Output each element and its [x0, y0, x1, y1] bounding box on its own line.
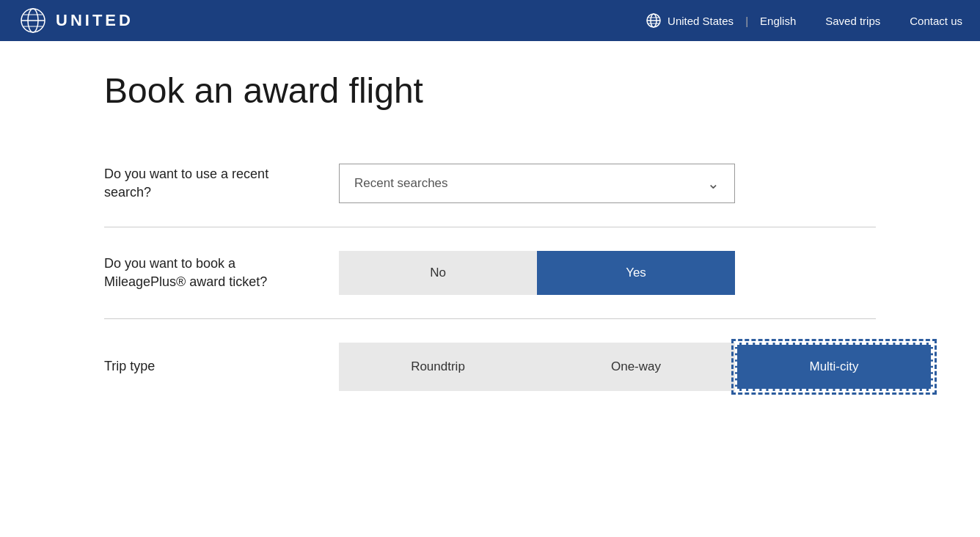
yes-button[interactable]: Yes [537, 251, 735, 295]
trip-type-label: Trip type [104, 357, 310, 376]
recent-search-label: Do you want to use a recent search? [104, 165, 310, 202]
logo-text: UNITED [56, 11, 134, 30]
header-nav: United States | English Saved trips Cont… [646, 12, 962, 29]
recent-searches-value: Recent searches [354, 176, 448, 191]
saved-trips-link[interactable]: Saved trips [825, 15, 880, 27]
contact-us-link[interactable]: Contact us [910, 15, 962, 27]
recent-search-controls: Recent searches ⌄ [339, 164, 876, 203]
logo-area[interactable]: UNITED [18, 5, 134, 36]
mileageplus-label: Do you want to book a MileagePlus® award… [104, 255, 310, 291]
globe-icon [646, 12, 662, 29]
site-header: UNITED United States | English Saved tri… [0, 0, 980, 41]
locale-selector[interactable]: United States | English [646, 12, 796, 29]
locale-divider: | [745, 15, 748, 27]
trip-type-controls: Roundtrip One-way Multi-city [339, 343, 933, 391]
locale-country: United States [668, 15, 734, 27]
trip-type-section: Trip type Roundtrip One-way Multi-city [104, 319, 876, 414]
roundtrip-button[interactable]: Roundtrip [339, 343, 537, 391]
no-button[interactable]: No [339, 251, 537, 295]
mileageplus-section: Do you want to book a MileagePlus® award… [104, 227, 876, 319]
united-logo-icon [18, 5, 48, 36]
main-content: Book an award flight Do you want to use … [87, 41, 893, 444]
locale-language: English [760, 15, 796, 27]
recent-search-section: Do you want to use a recent search? Rece… [104, 140, 876, 227]
recent-searches-dropdown[interactable]: Recent searches ⌄ [339, 164, 735, 203]
chevron-down-icon: ⌄ [707, 175, 720, 192]
oneway-button[interactable]: One-way [537, 343, 735, 391]
page-title: Book an award flight [104, 70, 876, 111]
multicity-button[interactable]: Multi-city [735, 343, 933, 391]
mileageplus-controls: No Yes [339, 251, 876, 295]
